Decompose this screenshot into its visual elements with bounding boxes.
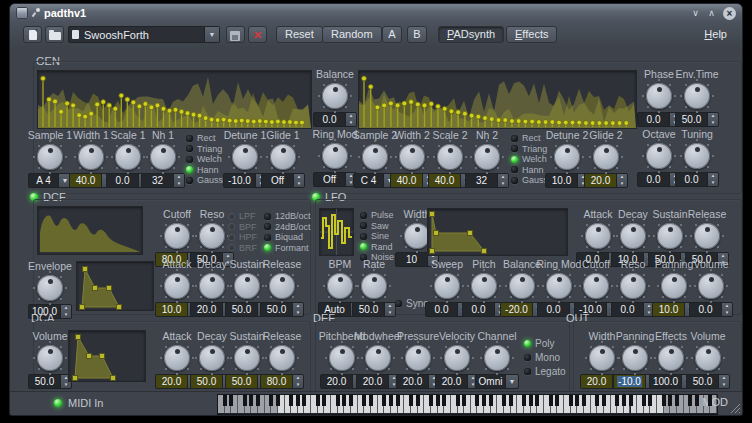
piano-key-black[interactable] — [429, 395, 433, 406]
lfo-shape-radios-sine[interactable]: Sine — [360, 231, 394, 242]
preset-combo[interactable]: SwooshForth ▼ — [68, 26, 220, 43]
new-preset-button[interactable] — [23, 26, 42, 43]
piano-key-black[interactable] — [502, 395, 506, 406]
mod-label[interactable]: MOD — [702, 396, 728, 408]
osc2-nh-spinbox[interactable]: 32▲▼ — [465, 173, 509, 188]
piano-key-black[interactable] — [462, 395, 466, 406]
osc2-glide-spinbox[interactable]: 20.0▲▼ — [584, 173, 628, 188]
piano-key-black[interactable] — [229, 395, 233, 406]
piano-key-black[interactable] — [622, 395, 626, 406]
osc1-nh-spinbox[interactable]: 32▲▼ — [141, 173, 185, 188]
open-preset-button[interactable] — [45, 26, 64, 43]
osc1-width-knob[interactable] — [78, 144, 104, 170]
piano-key-black[interactable] — [342, 395, 346, 406]
dcf-decay-knob[interactable] — [199, 273, 225, 299]
resize-grip[interactable] — [731, 404, 740, 413]
dcf-attack-knob[interactable] — [164, 273, 190, 299]
piano-key-black[interactable] — [575, 395, 579, 406]
dca-sustain-knob[interactable] — [234, 345, 260, 371]
piano-key-black[interactable] — [569, 395, 573, 406]
dcf-slope-radios-24db-oct[interactable]: 24dB/oct — [264, 222, 311, 233]
piano-key-black[interactable] — [695, 395, 699, 406]
piano-keyboard[interactable] — [217, 394, 718, 415]
padsynth-tab[interactable]: PADsynth — [438, 26, 504, 43]
piano-key-black[interactable] — [362, 395, 366, 406]
preset-dropdown-arrow[interactable]: ▼ — [204, 27, 219, 42]
piano-key-black[interactable] — [269, 395, 273, 406]
gen-balance-knob[interactable] — [322, 83, 348, 109]
lfo-rate-knob[interactable] — [361, 273, 387, 299]
osc1-scale-knob[interactable] — [115, 144, 141, 170]
gen-ringmod-knob[interactable] — [322, 143, 348, 169]
osc2-glide-knob[interactable] — [593, 144, 619, 170]
osc1-window-radios-hann[interactable]: Hann — [186, 165, 223, 176]
lfo-sustain-knob[interactable] — [657, 223, 683, 249]
osc2-nh-spin-buttons[interactable]: ▲▼ — [497, 174, 508, 187]
dcf-envelope-amount-spin-buttons[interactable]: ▲▼ — [60, 305, 71, 318]
dcf-release-knob[interactable] — [269, 273, 295, 299]
lfo-volume[interactable]: Volume0.0▲▼ — [687, 258, 735, 320]
osc1-nh-knob[interactable] — [150, 144, 176, 170]
def-pitchbend-knob[interactable] — [329, 345, 355, 371]
lfo-panning-knob[interactable] — [661, 273, 687, 299]
gen-balance-spinbox[interactable]: 0.0▲▼ — [313, 112, 357, 127]
lfo-volume-knob[interactable] — [698, 273, 724, 299]
lfo-rate[interactable]: Rate50.0▲▼ — [350, 258, 398, 320]
effects-tab[interactable]: Effects — [506, 26, 557, 43]
maximize-button[interactable]: ∧ — [705, 7, 718, 20]
def-modwheel-knob[interactable] — [365, 345, 391, 371]
def-mode-radios-poly[interactable]: Poly — [524, 336, 566, 350]
lfo-volume-spinbox[interactable]: 0.0▲▼ — [689, 302, 733, 317]
out-volume-spinbox[interactable]: 50.0▲▼ — [686, 374, 730, 389]
lfo-release-knob[interactable] — [694, 223, 720, 249]
piano-key-black[interactable] — [629, 395, 633, 406]
osc2-scale-knob[interactable] — [437, 144, 463, 170]
piano-key-black[interactable] — [289, 395, 293, 406]
lfo-envelope-display[interactable] — [427, 208, 568, 256]
gen-tuning-knob[interactable] — [684, 143, 710, 169]
lfo-reso-knob[interactable] — [620, 273, 646, 299]
piano-key-black[interactable] — [668, 395, 672, 406]
gen-tuning-spin-buttons[interactable]: ▲▼ — [707, 173, 718, 186]
piano-key-black[interactable] — [223, 395, 227, 406]
osc2-harmonics-display[interactable] — [358, 70, 637, 129]
piano-key-black[interactable] — [529, 395, 533, 406]
osc2-width-knob[interactable] — [399, 144, 425, 170]
dca-release-spinbox[interactable]: 80.0▲▼ — [260, 374, 304, 389]
def-velocity-knob[interactable] — [444, 345, 470, 371]
def-mode-radios-mono[interactable]: Mono — [524, 350, 566, 364]
osc1-nh[interactable]: Nh 132▲▼ — [139, 129, 187, 191]
piano-key-black[interactable] — [369, 395, 373, 406]
delete-preset-button[interactable]: ✕ — [248, 26, 267, 43]
piano-key-black[interactable] — [535, 395, 539, 406]
gen-envtime-knob[interactable] — [684, 83, 710, 109]
piano-key-black[interactable] — [482, 395, 486, 406]
lfo-shape-radios-saw[interactable]: Saw — [360, 221, 394, 232]
piano-key-black[interactable] — [409, 395, 413, 406]
dcf-type-radios-lpf[interactable]: LPF — [228, 211, 257, 222]
piano-key-black[interactable] — [662, 395, 666, 406]
piano-key-black[interactable] — [602, 395, 606, 406]
dca-attack-knob[interactable] — [164, 345, 190, 371]
piano-key-black[interactable] — [276, 395, 280, 406]
lfo-rate-spin-buttons[interactable]: ▲▼ — [384, 303, 395, 316]
dca-decay-knob[interactable] — [199, 345, 225, 371]
osc2-nh[interactable]: Nh 232▲▼ — [463, 129, 511, 191]
gen-phase-knob[interactable] — [646, 83, 672, 109]
piano-key-black[interactable] — [336, 395, 340, 406]
osc2-glide-spin-buttons[interactable]: ▲▼ — [616, 174, 627, 187]
save-preset-button[interactable] — [226, 26, 245, 43]
osc1-window-radios-rect[interactable]: Rect — [186, 133, 223, 144]
def-channel-combo[interactable]: Omni▼ — [475, 374, 519, 389]
lfo-wave-display[interactable] — [319, 208, 354, 256]
lfo-ringmod-knob[interactable] — [546, 273, 572, 299]
lfo-balance-knob[interactable] — [509, 273, 535, 299]
osc1-nh-spin-buttons[interactable]: ▲▼ — [173, 174, 184, 187]
osc1-glide[interactable]: Glide 1Off▲▼ — [259, 129, 307, 191]
out-volume-knob[interactable] — [695, 345, 721, 371]
dca-volume-spinbox[interactable]: 50.0▲▼ — [28, 374, 72, 389]
osc1-glide-spin-buttons[interactable]: ▲▼ — [293, 174, 304, 187]
lfo-shape-radios-rand[interactable]: Rand — [360, 242, 394, 253]
close-button[interactable]: × — [723, 7, 736, 20]
dcf-reso-knob[interactable] — [199, 223, 225, 249]
